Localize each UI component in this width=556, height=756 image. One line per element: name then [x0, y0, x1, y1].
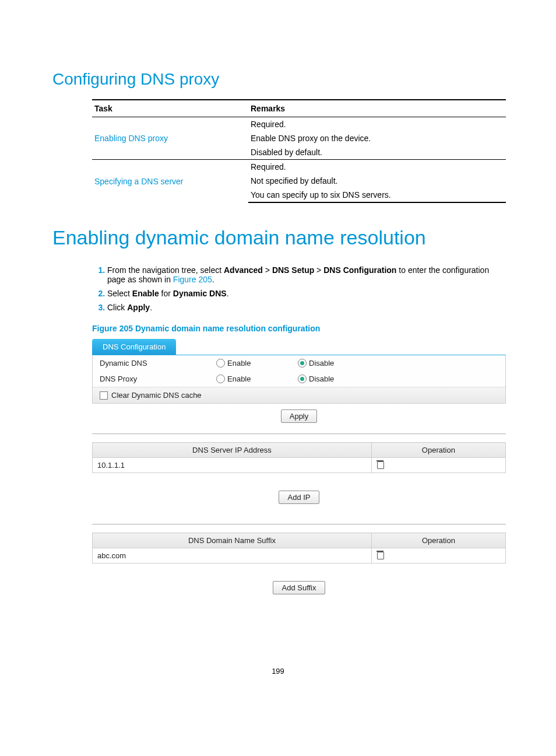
- radio-dns-proxy-enable[interactable]: Enable: [216, 374, 298, 383]
- step-1: From the navigation tree, select Advance…: [107, 263, 504, 286]
- tab-bar: DNS Configuration: [92, 339, 506, 355]
- remark-text: Disabled by default.: [248, 145, 506, 160]
- tab-dns-configuration[interactable]: DNS Configuration: [92, 339, 176, 355]
- step-3: Click Apply.: [107, 300, 504, 314]
- table-header-remarks: Remarks: [248, 100, 506, 117]
- dns-proxy-task-table: Task Remarks Enabling DNS proxy Required…: [92, 99, 506, 203]
- cell-suffix: abc.com: [93, 548, 372, 564]
- remark-text: Required.: [248, 117, 506, 132]
- add-ip-button[interactable]: Add IP: [279, 491, 319, 504]
- th-suffix: DNS Domain Name Suffix: [93, 533, 372, 548]
- link-figure-205[interactable]: Figure 205: [173, 275, 212, 284]
- trash-icon[interactable]: [376, 460, 383, 468]
- dns-config-panel: DNS Configuration Dynamic DNS Enable Dis…: [92, 339, 506, 603]
- remark-text: Required.: [248, 160, 506, 174]
- steps-list: From the navigation tree, select Advance…: [92, 263, 504, 314]
- link-specifying-dns-server[interactable]: Specifying a DNS server: [94, 177, 184, 186]
- cell-server-ip: 10.1.1.1: [93, 458, 372, 473]
- checkbox-clear-cache[interactable]: Clear Dynamic DNS cache: [93, 387, 505, 403]
- checkbox-icon: [100, 391, 108, 400]
- apply-button[interactable]: Apply: [281, 410, 318, 423]
- table-row: 10.1.1.1: [93, 458, 506, 473]
- remark-text: Not specified by default.: [248, 174, 506, 188]
- remark-text: You can specify up to six DNS servers.: [248, 188, 506, 202]
- dns-suffix-table: DNS Domain Name Suffix Operation abc.com: [92, 533, 506, 564]
- th-operation: Operation: [371, 443, 505, 458]
- remark-text: Enable DNS proxy on the device.: [248, 131, 506, 145]
- table-header-task: Task: [92, 100, 248, 117]
- page-number: 199: [52, 667, 504, 676]
- label-dns-proxy: DNS Proxy: [100, 374, 216, 383]
- step-2: Select Enable for Dynamic DNS.: [107, 286, 504, 300]
- trash-icon[interactable]: [376, 551, 383, 559]
- radio-dynamic-dns-enable[interactable]: Enable: [216, 359, 298, 368]
- table-row: abc.com: [93, 548, 506, 564]
- dns-server-table: DNS Server IP Address Operation 10.1.1.1: [92, 442, 506, 473]
- radio-dns-proxy-disable[interactable]: Disable: [298, 374, 379, 383]
- add-suffix-button[interactable]: Add Suffix: [273, 581, 325, 594]
- section-heading-dns-proxy: Configuring DNS proxy: [52, 70, 504, 89]
- link-enabling-dns-proxy[interactable]: Enabling DNS proxy: [94, 134, 168, 143]
- figure-caption: Figure 205 Dynamic domain name resolutio…: [92, 324, 504, 333]
- th-server-ip: DNS Server IP Address: [93, 443, 372, 458]
- th-operation: Operation: [371, 533, 505, 548]
- section-heading-dynamic-resolution: Enabling dynamic domain name resolution: [52, 226, 504, 249]
- radio-dynamic-dns-disable[interactable]: Disable: [298, 359, 379, 368]
- label-dynamic-dns: Dynamic DNS: [100, 359, 216, 368]
